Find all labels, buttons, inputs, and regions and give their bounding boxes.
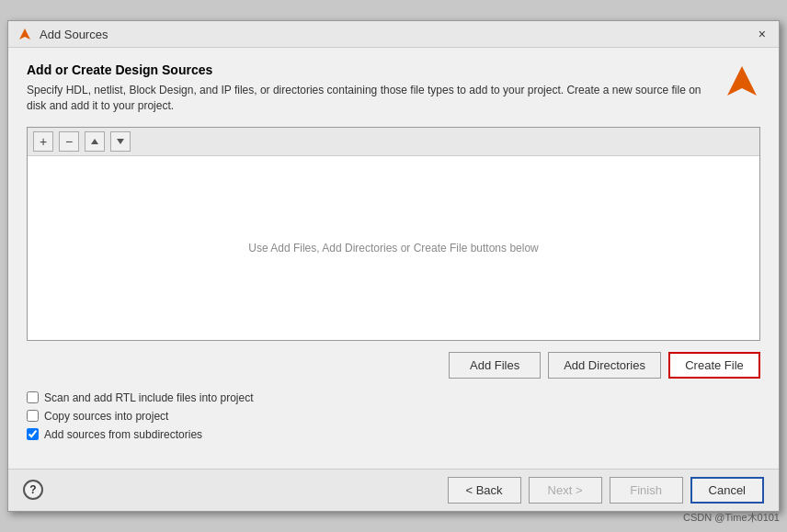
scan-rtl-checkbox[interactable] — [27, 391, 39, 403]
up-arrow-icon — [90, 137, 99, 146]
down-arrow-icon — [116, 137, 125, 146]
svg-marker-3 — [117, 139, 124, 144]
titlebar: Add Sources × — [8, 21, 779, 48]
add-subdirs-label: Add sources from subdirectories — [44, 428, 202, 441]
remove-item-button[interactable]: − — [59, 131, 79, 152]
next-button[interactable]: Next > — [529, 477, 602, 504]
svg-marker-2 — [91, 139, 98, 144]
svg-marker-1 — [727, 66, 757, 96]
close-button[interactable]: × — [755, 28, 770, 40]
finish-button[interactable]: Finish — [610, 477, 683, 504]
add-files-button[interactable]: Add Files — [449, 352, 541, 379]
copy-sources-label: Copy sources into project — [44, 410, 168, 423]
header-row: Add or Create Design Sources Specify HDL… — [27, 62, 760, 127]
move-down-button[interactable] — [110, 131, 131, 152]
file-list-container: + − Use Add Files, Add Directories or Cr… — [27, 127, 760, 341]
dialog-title: Add Sources — [40, 28, 108, 41]
copy-sources-checkbox[interactable] — [27, 410, 39, 422]
dialog-description: Specify HDL, netlist, Block Design, and … — [27, 83, 724, 114]
cancel-button[interactable]: Cancel — [690, 477, 764, 504]
action-buttons: Add Files Add Directories Create File — [27, 352, 760, 379]
dialog-body: Add or Create Design Sources Specify HDL… — [8, 48, 779, 469]
option-add-subdirs: Add sources from subdirectories — [27, 428, 760, 441]
dialog-footer: ? < Back Next > Finish Cancel — [8, 469, 779, 511]
app-icon — [17, 27, 32, 41]
empty-list-message: Use Add Files, Add Directories or Create… — [248, 242, 538, 255]
option-copy-sources: Copy sources into project — [27, 410, 760, 423]
add-item-button[interactable]: + — [33, 131, 53, 152]
move-up-button[interactable] — [85, 131, 105, 152]
create-file-button[interactable]: Create File — [668, 352, 760, 379]
options-section: Scan and add RTL include files into proj… — [27, 391, 760, 441]
svg-marker-0 — [19, 28, 30, 40]
add-directories-button[interactable]: Add Directories — [548, 352, 661, 379]
scan-rtl-label: Scan and add RTL include files into proj… — [44, 391, 253, 404]
footer-right: < Back Next > Finish Cancel — [448, 477, 764, 504]
file-list-body: Use Add Files, Add Directories or Create… — [28, 156, 759, 340]
watermark: CSDN @Time木0101 — [683, 511, 780, 525]
back-button[interactable]: < Back — [448, 477, 521, 504]
titlebar-left: Add Sources — [17, 27, 108, 41]
description-wrap: Add or Create Design Sources Specify HDL… — [27, 62, 724, 127]
add-subdirs-checkbox[interactable] — [27, 428, 39, 440]
help-button[interactable]: ? — [23, 480, 43, 500]
xilinx-logo — [724, 62, 760, 99]
file-list-toolbar: + − — [28, 128, 759, 156]
option-scan-rtl: Scan and add RTL include files into proj… — [27, 391, 760, 404]
add-sources-dialog: Add Sources × Add or Create Design Sourc… — [7, 20, 780, 512]
dialog-heading: Add or Create Design Sources — [27, 62, 724, 77]
footer-left: ? — [23, 480, 43, 500]
